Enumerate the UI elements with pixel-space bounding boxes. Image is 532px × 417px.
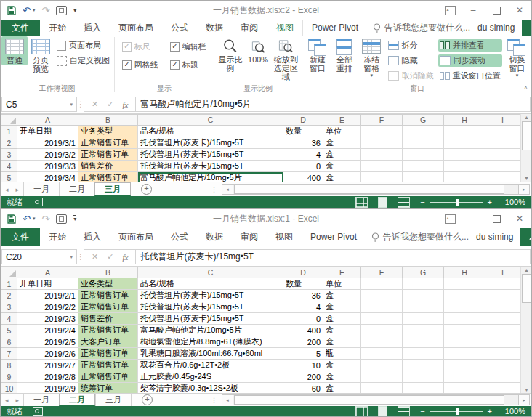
touch-mode-icon[interactable] bbox=[56, 214, 67, 224]
normal-view-button[interactable]: 普通 bbox=[1, 36, 28, 65]
name-box-dropdown-icon[interactable]: ▾ bbox=[70, 102, 73, 108]
cell-I4[interactable] bbox=[485, 161, 520, 172]
page-break-shortcut-icon[interactable] bbox=[398, 197, 410, 208]
cell-E8[interactable]: 盒 bbox=[323, 360, 361, 371]
cell-D6[interactable]: 200 bbox=[283, 336, 323, 348]
cell-G8[interactable] bbox=[403, 360, 444, 371]
cell-E9[interactable]: 盒 bbox=[323, 371, 361, 383]
formula-bar[interactable]: 富马酸卢帕他定片/10mg•5片 bbox=[136, 97, 531, 112]
sheet-tab-三月[interactable]: 三月 bbox=[95, 394, 132, 406]
ribbon-tab-页面布局[interactable]: 页面布局 bbox=[110, 228, 162, 246]
cell-G4[interactable] bbox=[403, 161, 444, 172]
cell-I1[interactable] bbox=[485, 126, 520, 137]
hscroll-left-icon[interactable]: ◂ bbox=[222, 184, 233, 195]
switch-windows-button[interactable]: 切换窗口▾ bbox=[504, 36, 531, 78]
cell-H2[interactable] bbox=[444, 290, 485, 301]
cell-B2[interactable]: 正常销售订单 bbox=[78, 137, 138, 149]
insert-function-icon[interactable]: fx bbox=[122, 100, 128, 109]
cell-F6[interactable] bbox=[361, 336, 403, 348]
share-button[interactable]: 共享 bbox=[522, 20, 532, 36]
worksheet-grid[interactable]: ABCDEFGHI1开单日期业务类型品名/规格数量单位22019/2/1正常销售… bbox=[1, 267, 520, 393]
zoom-to-selection-button[interactable]: 缩放到 选定区域 bbox=[271, 36, 300, 82]
tell-me-box[interactable]: 告诉我您想要做什么... bbox=[373, 20, 470, 36]
ribbon-tab-审阅[interactable]: 审阅 bbox=[232, 20, 267, 36]
cell-E3[interactable]: 盒 bbox=[323, 301, 361, 313]
restore-button[interactable] bbox=[485, 209, 508, 228]
scroll-up-icon[interactable]: ▲ bbox=[524, 115, 529, 120]
custom-views-button[interactable]: 自定义视图 bbox=[55, 54, 111, 67]
cell-F10[interactable] bbox=[361, 383, 403, 394]
row-header-8[interactable]: 8 bbox=[1, 360, 17, 371]
ribbon-tab-开始[interactable]: 开始 bbox=[40, 20, 75, 36]
normal-view-shortcut-icon[interactable] bbox=[355, 197, 368, 208]
cell-B8[interactable]: 正常销售订单 bbox=[78, 360, 138, 371]
row-header-2[interactable]: 2 bbox=[1, 290, 17, 301]
close-button[interactable]: ✕ bbox=[508, 209, 531, 228]
row-header-4[interactable]: 4 bbox=[1, 313, 17, 325]
cell-A5[interactable]: 2019/3/4 bbox=[17, 172, 78, 182]
ribbon-tab-开始[interactable]: 开始 bbox=[40, 228, 75, 246]
cell-A3[interactable]: 2019/2/2 bbox=[17, 301, 78, 313]
cell-H6[interactable] bbox=[444, 336, 485, 348]
sheet-nav-right-icon[interactable]: ▸ bbox=[16, 397, 20, 404]
zoom-level[interactable]: 100% bbox=[502, 407, 525, 416]
row-header-1[interactable]: 1 bbox=[1, 126, 17, 137]
hscrollbar-thumb[interactable] bbox=[234, 185, 504, 194]
cell-H5[interactable] bbox=[444, 325, 485, 336]
column-header-A[interactable]: A bbox=[17, 115, 78, 126]
normal-view-shortcut-icon[interactable] bbox=[355, 406, 368, 417]
cell-G6[interactable] bbox=[403, 336, 444, 348]
column-header-F[interactable]: F bbox=[361, 115, 403, 126]
cell-C2[interactable]: 托伐普坦片(苏麦卡)/15mg•5T bbox=[138, 137, 283, 149]
cell-A6[interactable]: 2019/2/5 bbox=[17, 336, 78, 348]
row-header-3[interactable]: 3 bbox=[1, 301, 17, 313]
undo-icon[interactable]: ↶ bbox=[23, 6, 31, 15]
cell-G7[interactable] bbox=[403, 348, 444, 360]
cell-D3[interactable]: 4 bbox=[283, 301, 323, 313]
zoom-in-icon[interactable]: + bbox=[488, 407, 492, 416]
cell-F1[interactable] bbox=[361, 126, 403, 137]
column-header-I[interactable]: I bbox=[485, 267, 520, 278]
sheet-tab-二月[interactable]: 二月 bbox=[59, 394, 95, 406]
cell-C9[interactable]: 正元胶囊/0.45g•24S bbox=[138, 371, 283, 383]
scroll-down-icon[interactable]: ▼ bbox=[524, 387, 529, 392]
cell-B3[interactable]: 正常销售订单 bbox=[78, 149, 138, 161]
row-header-7[interactable]: 7 bbox=[1, 348, 17, 360]
cell-F1[interactable] bbox=[361, 278, 403, 290]
column-header-G[interactable]: G bbox=[403, 115, 444, 126]
cell-G4[interactable] bbox=[403, 313, 444, 325]
column-header-B[interactable]: B bbox=[78, 115, 138, 126]
cell-C3[interactable]: 托伐普坦片(苏麦卡)/15mg•5T bbox=[138, 301, 283, 313]
cell-D2[interactable]: 36 bbox=[283, 290, 323, 301]
cell-I8[interactable] bbox=[485, 360, 520, 371]
cell-F5[interactable] bbox=[361, 172, 403, 182]
reset-window-position-button[interactable]: 重设窗口位置 bbox=[438, 70, 502, 82]
row-header-4[interactable]: 4 bbox=[1, 161, 17, 172]
cell-E10[interactable]: 盒 bbox=[323, 383, 361, 394]
worksheet-grid[interactable]: ABCDEFGHI1开单日期业务类型品名/规格数量单位22019/3/1正常销售… bbox=[1, 114, 520, 182]
cell-F3[interactable] bbox=[361, 149, 403, 161]
name-box[interactable]: C5▾ bbox=[1, 97, 77, 112]
page-break-preview-button[interactable]: 分页 预览 bbox=[28, 36, 54, 74]
cell-F3[interactable] bbox=[361, 301, 403, 313]
page-layout-view-button[interactable]: 页面布局 bbox=[55, 39, 111, 52]
row-header-3[interactable]: 3 bbox=[1, 149, 17, 161]
ribbon-tab-file[interactable]: 文件 bbox=[1, 228, 40, 246]
save-icon[interactable] bbox=[7, 214, 16, 224]
page-layout-shortcut-icon[interactable] bbox=[378, 406, 387, 417]
column-header-E[interactable]: E bbox=[323, 267, 361, 278]
column-header-C[interactable]: C bbox=[138, 267, 283, 278]
cell-D7[interactable]: 5 bbox=[283, 348, 323, 360]
cell-E4[interactable]: 盒 bbox=[323, 161, 361, 172]
column-header-C[interactable]: C bbox=[138, 115, 283, 126]
row-header-10[interactable]: 10 bbox=[1, 383, 17, 394]
cell-H4[interactable] bbox=[444, 313, 485, 325]
cell-F2[interactable] bbox=[361, 290, 403, 301]
scroll-up-icon[interactable]: ▲ bbox=[524, 267, 529, 272]
account-name[interactable]: du siming bbox=[469, 228, 520, 246]
ribbon-tab-数据[interactable]: 数据 bbox=[197, 228, 232, 246]
cell-H1[interactable] bbox=[444, 278, 485, 290]
ribbon-tab-审阅[interactable]: 审阅 bbox=[232, 228, 267, 246]
ribbon-display-options-button[interactable] bbox=[438, 209, 462, 228]
gridlines-checkbox[interactable]: ✓网格线 bbox=[121, 59, 160, 71]
